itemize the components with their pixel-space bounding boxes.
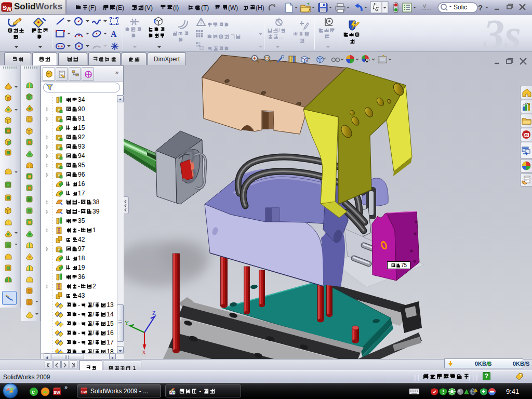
svg-text:Solic: Solic bbox=[454, 4, 467, 11]
svg-text:SW: SW bbox=[81, 390, 87, 394]
svg-text:A: A bbox=[111, 30, 117, 38]
svg-text:?: ? bbox=[478, 3, 483, 12]
svg-text:!: ! bbox=[475, 389, 475, 392]
svg-text:SW: SW bbox=[54, 390, 60, 395]
svg-text:Z: Z bbox=[152, 310, 156, 316]
svg-text:Y: Y bbox=[125, 320, 129, 326]
svg-text:X: X bbox=[142, 349, 146, 355]
svg-text:W: W bbox=[6, 6, 12, 12]
svg-text:b: b bbox=[278, 18, 281, 22]
svg-text:e: e bbox=[32, 389, 35, 395]
